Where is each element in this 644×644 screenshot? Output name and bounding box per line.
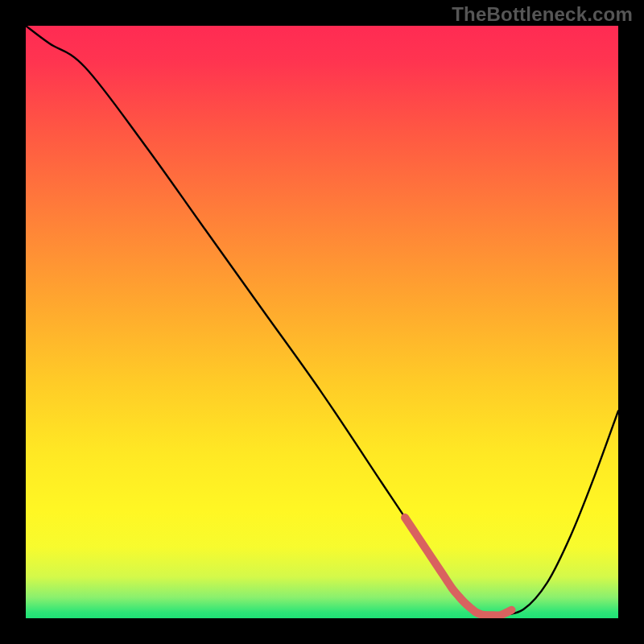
marker-line (405, 518, 511, 616)
curve-line (26, 26, 618, 616)
plot-area (26, 26, 618, 618)
chart-container: TheBottleneck.com (0, 0, 644, 644)
watermark-text: TheBottleneck.com (452, 3, 633, 26)
chart-svg (26, 26, 618, 618)
